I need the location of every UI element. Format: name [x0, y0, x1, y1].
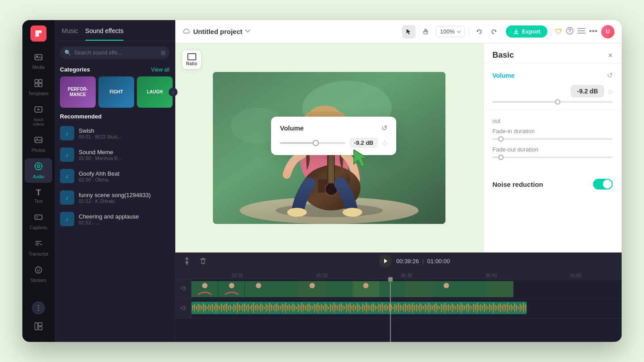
filter-icon[interactable]: ⊞: [161, 49, 166, 56]
svg-rect-111: [262, 305, 263, 311]
svg-rect-147: [326, 305, 327, 311]
svg-rect-183: [391, 305, 392, 311]
volume-popup: Volume ↺ -9.2 dB ◇: [271, 117, 396, 155]
svg-rect-195: [412, 303, 413, 313]
redo-btn[interactable]: [487, 25, 500, 38]
help-icon[interactable]: [566, 27, 574, 37]
sound-item-goofy[interactable]: ♪ Goofy Ahh Beat 01:00 · Obma: [55, 165, 175, 187]
sidebar-item-text[interactable]: T Text: [25, 185, 52, 207]
video-thumb-10: [433, 281, 460, 297]
category-fight[interactable]: FIGHT: [98, 76, 134, 108]
svg-rect-123: [284, 305, 284, 311]
transcript-icon: [34, 239, 43, 250]
sidebar-item-transcript[interactable]: Transcript: [25, 236, 52, 260]
timeline-area: 00:39:26 | 01:00:00 00:10 00:20 00:30 00…: [175, 253, 622, 342]
ratio-label: Ratio: [186, 61, 197, 66]
svg-rect-155: [341, 303, 342, 312]
video-strip[interactable]: [191, 281, 531, 297]
volume-diamond-icon[interactable]: ◇: [382, 139, 387, 147]
user-avatar[interactable]: U: [601, 25, 614, 38]
svg-rect-221: [459, 305, 460, 311]
sound-meta-funny: 01:52 · K.Shiraki: [79, 198, 169, 204]
svg-rect-233: [480, 304, 481, 311]
fade-out-slider[interactable]: [492, 156, 613, 158]
fade-out-thumb: [498, 155, 504, 160]
hand-tool-btn[interactable]: [419, 25, 432, 38]
audio-volume-icon[interactable]: [180, 305, 186, 312]
export-button[interactable]: Export: [506, 25, 547, 38]
svg-rect-76: [199, 305, 200, 311]
sound-list: ♪ Swish 00:01 · BCD Stud... ♪ Sound Meme…: [55, 122, 175, 342]
sidebar-item-stock[interactable]: Stockvideos: [25, 101, 52, 130]
search-input[interactable]: [60, 46, 169, 59]
video-thumb-8: [379, 281, 406, 297]
panel-volume-reset-btn[interactable]: ↺: [607, 71, 613, 80]
fade-in-thumb: [498, 136, 504, 142]
volume-popup-header: Volume ↺: [280, 124, 387, 132]
video-volume-icon[interactable]: [180, 285, 186, 293]
sidebar-item-captions[interactable]: Captions: [25, 209, 52, 234]
ratio-button[interactable]: Ratio: [182, 51, 201, 69]
more-icon[interactable]: •••: [589, 27, 597, 36]
svg-rect-115: [269, 303, 270, 313]
more-tools-button[interactable]: [32, 301, 45, 315]
sidebar-item-extra[interactable]: [25, 318, 52, 337]
volume-display-row: -9.2 dB ◇: [492, 85, 613, 97]
view-all-link[interactable]: View all: [151, 67, 169, 73]
volume-reset-btn[interactable]: ↺: [381, 124, 387, 132]
svg-rect-226: [468, 303, 469, 312]
sidebar-item-photos[interactable]: Photos: [25, 132, 52, 156]
sidebar-item-media[interactable]: Media: [25, 49, 52, 73]
top-bar-right: Export 🛡 ••• U: [506, 25, 614, 38]
undo-btn[interactable]: [473, 25, 486, 38]
sound-item-meme[interactable]: ♪ Sound Meme 01:00 · Manhoa B...: [55, 144, 175, 165]
svg-rect-163: [355, 306, 356, 310]
noise-reduction-toggle[interactable]: [593, 179, 613, 189]
audio-label: Audio: [33, 174, 44, 179]
video-thumb-3: [245, 281, 272, 297]
svg-rect-74: [196, 306, 197, 310]
shield-icon[interactable]: 🛡: [555, 28, 562, 36]
close-panel-button[interactable]: ×: [608, 51, 613, 59]
svg-rect-66: [406, 281, 433, 297]
play-btn[interactable]: [379, 255, 392, 267]
zoom-selector[interactable]: 100%: [436, 26, 465, 37]
cursor-tool-btn[interactable]: [402, 25, 415, 38]
timeline-cursor-btn[interactable]: [181, 255, 193, 267]
right-panel: Basic × Volume ↺ -9.2 dB ◇: [483, 43, 622, 253]
svg-point-20: [569, 32, 570, 33]
volume-slider[interactable]: [280, 142, 345, 144]
fade-in-slider[interactable]: [492, 138, 613, 140]
main-area: Untitled project 100%: [175, 20, 622, 342]
tab-sound-effects[interactable]: Sound effects: [85, 27, 123, 41]
sidebar-item-audio[interactable]: Audio: [25, 158, 52, 183]
svg-rect-129: [294, 305, 295, 311]
audio-strip[interactable]: // This is SVG, not executable: [191, 302, 527, 314]
svg-rect-162: [353, 304, 354, 311]
sidebar-item-stickers[interactable]: Stickers: [25, 262, 52, 286]
categories-scroll-arrow[interactable]: ›: [169, 88, 178, 97]
category-performance[interactable]: PERFOR-MANCE: [60, 76, 96, 108]
sidebar-item-templates[interactable]: Templates: [25, 75, 52, 100]
panel-volume-diamond[interactable]: ◇: [608, 88, 613, 95]
fight-bg: FIGHT: [98, 76, 134, 108]
svg-rect-134: [303, 305, 304, 311]
category-laugh[interactable]: LAUGH: [137, 76, 173, 108]
volume-section-header: Volume ↺: [492, 71, 613, 80]
templates-label: Templates: [28, 91, 49, 96]
timeline-delete-btn[interactable]: [197, 255, 209, 267]
project-dropdown-arrow[interactable]: [245, 29, 250, 34]
svg-rect-148: [328, 307, 329, 309]
volume-value-large: -9.2 dB: [571, 85, 604, 97]
svg-point-68: [444, 283, 449, 288]
svg-rect-249: [509, 305, 510, 311]
sound-item-swish[interactable]: ♪ Swish 00:01 · BCD Stud...: [55, 122, 175, 144]
svg-rect-62: [326, 281, 352, 297]
menu-icon[interactable]: [577, 28, 585, 36]
svg-rect-190: [403, 304, 404, 311]
panel-volume-slider[interactable]: [492, 101, 613, 103]
timeline-ruler: 00:10 00:20 00:30 00:40 01:00: [175, 269, 622, 279]
sound-item-funny[interactable]: ♪ funny scene song(1294833) 01:52 · K.Sh…: [55, 187, 175, 208]
tab-music[interactable]: Music: [62, 27, 78, 41]
sound-item-cheering[interactable]: ♪ Cheering and applause 01:52 · ...: [55, 208, 175, 230]
